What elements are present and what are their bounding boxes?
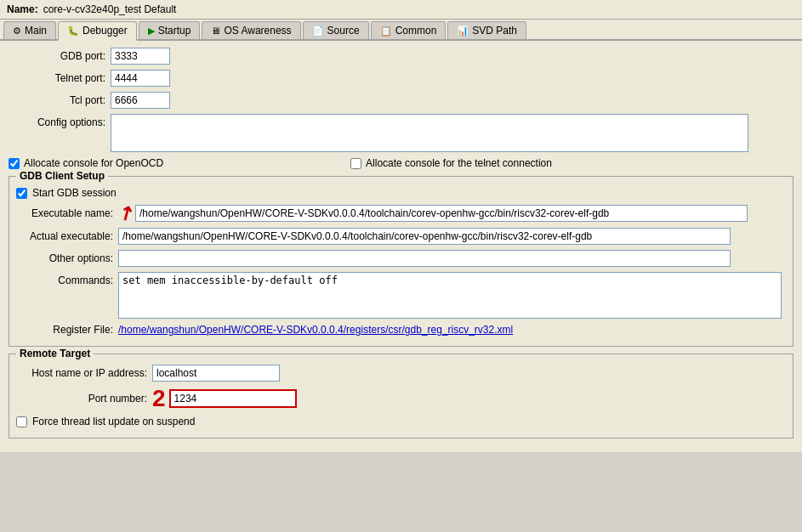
- allocate-openocd-item: Allocate console for OpenOCD: [9, 157, 163, 169]
- debugger-tab-icon: 🐛: [67, 25, 79, 37]
- tcl-port-input[interactable]: [111, 92, 170, 109]
- telnet-port-row: Telnet port:: [9, 70, 793, 87]
- gdb-port-input[interactable]: [111, 48, 170, 65]
- tab-debugger[interactable]: 🐛 Debugger: [58, 21, 137, 41]
- remote-target-content: Host name or IP address: Port number: 2 …: [16, 359, 786, 427]
- telnet-port-label: Telnet port:: [9, 72, 111, 84]
- remote-target-title: Remote Target: [16, 348, 94, 359]
- source-tab-label: Source: [327, 25, 360, 37]
- tcl-port-label: Tcl port:: [9, 94, 111, 106]
- gdb-client-content: Start GDB session Executable name: ↗ Act…: [16, 182, 786, 336]
- actual-executable-label: Actual executable:: [16, 230, 118, 242]
- tabs-bar: ⚙ Main 🐛 Debugger ▶ Startup 🖥 OS Awarene…: [0, 20, 802, 41]
- main-tab-icon: ⚙: [13, 25, 21, 37]
- tab-source[interactable]: 📄 Source: [303, 21, 369, 39]
- tab-common[interactable]: 📋 Common: [371, 21, 447, 39]
- other-options-row: Other options:: [16, 250, 786, 267]
- config-options-row: Config options:: [9, 114, 793, 152]
- gdb-port-label: GDB port:: [9, 50, 111, 62]
- tcl-port-row: Tcl port:: [9, 92, 793, 109]
- gdb-client-title: GDB Client Setup: [16, 170, 108, 182]
- allocate-row: Allocate console for OpenOCD Allocate co…: [9, 157, 793, 169]
- host-input[interactable]: [152, 365, 280, 382]
- executable-name-row: Executable name: ↗: [16, 204, 786, 223]
- main-tab-label: Main: [25, 25, 47, 37]
- register-file-label: Register File:: [16, 324, 118, 336]
- register-file-link[interactable]: /home/wangshun/OpenHW/CORE-V-SDKv0.0.0.4…: [118, 324, 513, 336]
- start-gdb-checkbox[interactable]: [16, 188, 27, 199]
- tab-os-awareness[interactable]: 🖥 OS Awareness: [202, 21, 300, 39]
- other-options-label: Other options:: [16, 252, 118, 264]
- force-thread-label: Force thread list update on suspend: [32, 416, 195, 427]
- allocate-openocd-checkbox[interactable]: [9, 158, 20, 169]
- register-file-row: Register File: /home/wangshun/OpenHW/COR…: [16, 324, 786, 336]
- source-tab-icon: 📄: [312, 25, 324, 37]
- number-2-marker: 2: [152, 387, 166, 410]
- config-options-label: Config options:: [9, 114, 111, 128]
- force-thread-row: Force thread list update on suspend: [16, 416, 786, 427]
- tab-main[interactable]: ⚙ Main: [3, 21, 56, 39]
- svd-path-tab-icon: 📊: [457, 25, 469, 37]
- os-awareness-tab-label: OS Awareness: [224, 25, 291, 37]
- name-label: Name:: [7, 3, 38, 15]
- startup-tab-label: Startup: [158, 25, 191, 37]
- actual-executable-row: Actual executable:: [16, 228, 786, 245]
- tab-svd-path[interactable]: 📊 SVD Path: [447, 21, 526, 39]
- main-content: GDB port: Telnet port: Tcl port: Config …: [0, 41, 802, 452]
- start-gdb-row: Start GDB session: [16, 187, 786, 199]
- executable-name-label: Executable name:: [16, 207, 118, 219]
- tab-startup[interactable]: ▶ Startup: [139, 21, 201, 39]
- gdb-port-row: GDB port:: [9, 48, 793, 65]
- port-number-input[interactable]: [169, 389, 297, 408]
- commands-label: Commands:: [16, 272, 118, 286]
- commands-textarea[interactable]: set mem inaccessible-by-default off: [118, 272, 782, 319]
- debugger-tab-label: Debugger: [82, 25, 128, 37]
- os-awareness-tab-icon: 🖥: [211, 25, 220, 36]
- commands-row: Commands: set mem inaccessible-by-defaul…: [16, 272, 786, 319]
- red-arrow-icon: ↗: [115, 201, 138, 225]
- force-thread-checkbox[interactable]: [16, 416, 27, 427]
- host-row: Host name or IP address:: [16, 365, 786, 382]
- svd-path-tab-label: SVD Path: [472, 25, 517, 37]
- name-value: core-v-cv32e40p_test Default: [43, 3, 177, 15]
- name-bar: Name: core-v-cv32e40p_test Default: [0, 0, 802, 20]
- common-tab-label: Common: [395, 25, 437, 37]
- host-label: Host name or IP address:: [16, 367, 152, 379]
- executable-name-input[interactable]: [135, 205, 748, 222]
- config-options-textarea[interactable]: [111, 114, 748, 152]
- allocate-telnet-item: Allocate console for the telnet connecti…: [350, 157, 552, 169]
- remote-target-section: Remote Target Host name or IP address: P…: [9, 354, 793, 439]
- allocate-telnet-checkbox[interactable]: [350, 158, 361, 169]
- other-options-input[interactable]: [118, 250, 731, 267]
- startup-tab-icon: ▶: [148, 25, 155, 37]
- allocate-openocd-label: Allocate console for OpenOCD: [24, 157, 163, 169]
- telnet-port-input[interactable]: [111, 70, 170, 87]
- port-number-label: Port number:: [16, 393, 152, 405]
- start-gdb-label: Start GDB session: [32, 187, 117, 199]
- common-tab-icon: 📋: [380, 25, 392, 37]
- port-number-row: Port number: 2: [16, 387, 786, 410]
- allocate-telnet-label: Allocate console for the telnet connecti…: [366, 157, 552, 169]
- gdb-client-section: GDB Client Setup Start GDB session Execu…: [9, 176, 793, 347]
- actual-executable-input[interactable]: [118, 228, 731, 245]
